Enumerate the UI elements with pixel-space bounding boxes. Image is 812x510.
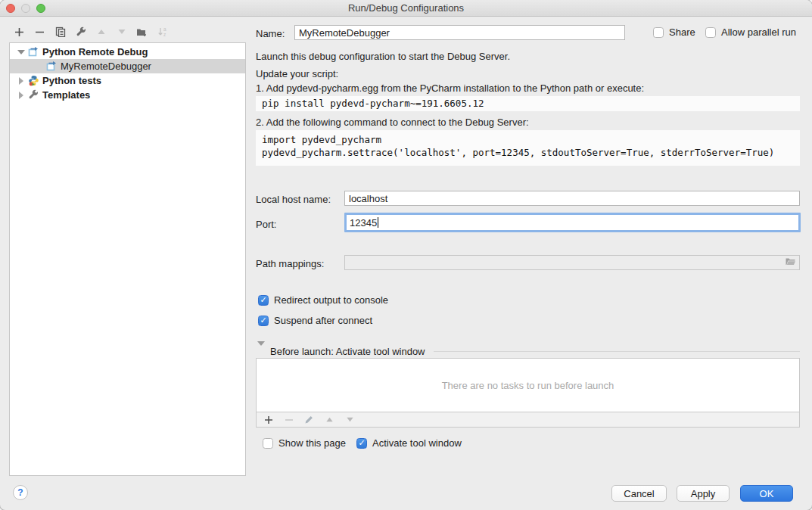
tree-item-templates[interactable]: Templates — [10, 88, 245, 102]
chevron-down-icon[interactable] — [16, 50, 26, 54]
redirect-output-label: Redirect output to console — [274, 294, 388, 306]
allow-parallel-run-checkbox-row[interactable]: Allow parallel run — [705, 26, 796, 38]
apply-button[interactable]: Apply — [677, 485, 730, 502]
suspend-after-connect-label: Suspend after connect — [274, 315, 372, 326]
svg-text:z: z — [163, 32, 166, 37]
instruction-line-2: Update your script: — [256, 68, 338, 79]
svg-text:a: a — [163, 26, 166, 32]
header-rule — [434, 351, 800, 352]
run-config-icon — [28, 46, 39, 58]
chevron-right-icon[interactable] — [16, 77, 26, 85]
cancel-button[interactable]: Cancel — [611, 485, 667, 502]
port-input[interactable]: 12345 — [344, 213, 801, 232]
local-host-name-input[interactable] — [344, 191, 800, 206]
pip-install-code: pip install pydevd-pycharm~=191.6605.12 — [256, 96, 800, 111]
run-debug-configurations-dialog: Run/Debug Configurations az — [0, 0, 812, 510]
activate-tool-window-checkbox-row[interactable]: Activate tool window — [356, 437, 462, 449]
show-this-page-checkbox[interactable] — [263, 438, 273, 449]
settrace-code-line-2: pydevd_pycharm.settrace('localhost', por… — [262, 147, 774, 158]
settrace-code-line-1: import pydevd_pycharm — [262, 134, 381, 145]
python-tests-icon — [28, 75, 39, 86]
browse-folder-icon[interactable] — [785, 257, 796, 269]
empty-tasks-text: There are no tasks to run before launch — [442, 380, 614, 391]
path-mappings-input[interactable] — [344, 255, 800, 270]
before-launch-header[interactable]: Before launch: Activate tool window — [257, 346, 800, 357]
port-label: Port: — [256, 219, 276, 230]
instruction-step-2: 2. Add the following command to connect … — [256, 117, 529, 128]
wrench-icon — [28, 89, 39, 101]
titlebar: Run/Debug Configurations — [0, 0, 812, 17]
move-up-icon — [95, 26, 107, 38]
help-button[interactable]: ? — [13, 485, 28, 500]
tree-item-label: Templates — [42, 89, 90, 101]
chevron-right-icon[interactable] — [16, 92, 26, 99]
suspend-after-connect-checkbox[interactable] — [258, 316, 269, 326]
configurations-tree: Python Remote Debug MyRemoteDebugger Pyt… — [9, 42, 246, 476]
move-down-icon — [116, 26, 127, 38]
add-task-icon[interactable] — [263, 414, 274, 425]
move-task-down-icon — [344, 414, 356, 425]
activate-tool-window-checkbox[interactable] — [356, 438, 367, 449]
show-this-page-checkbox-row[interactable]: Show this page — [263, 437, 346, 449]
window-title: Run/Debug Configurations — [0, 2, 812, 14]
settrace-code: import pydevd_pycharm pydevd_pycharm.set… — [256, 130, 800, 166]
activate-tool-window-label: Activate tool window — [372, 437, 462, 449]
move-task-up-icon — [324, 414, 335, 425]
allow-parallel-run-label: Allow parallel run — [721, 26, 796, 38]
tree-item-python-tests[interactable]: Python tests — [10, 73, 245, 88]
path-mappings-label: Path mappings: — [256, 258, 324, 269]
allow-parallel-run-checkbox[interactable] — [705, 27, 716, 38]
tree-item-label: Python Remote Debug — [42, 46, 148, 58]
redirect-output-checkbox-row[interactable]: Redirect output to console — [258, 294, 388, 306]
chevron-down-icon[interactable] — [257, 346, 265, 357]
before-launch-toolbar — [256, 412, 800, 428]
edit-task-pencil-icon — [303, 414, 315, 425]
remove-task-icon — [283, 414, 294, 425]
share-checkbox[interactable] — [653, 27, 664, 38]
add-configuration-icon[interactable] — [14, 26, 25, 38]
new-folder-icon[interactable] — [136, 26, 148, 38]
tree-item-myremotedebugger[interactable]: MyRemoteDebugger — [10, 59, 245, 73]
suspend-after-connect-checkbox-row[interactable]: Suspend after connect — [258, 315, 372, 326]
sort-alphabetically-icon: az — [157, 26, 168, 38]
remove-configuration-icon[interactable] — [34, 26, 45, 38]
configurations-toolbar: az — [14, 23, 168, 40]
tree-item-label: Python tests — [42, 75, 101, 86]
local-host-name-label: Local host name: — [256, 194, 331, 205]
tree-item-python-remote-debug[interactable]: Python Remote Debug — [10, 45, 245, 59]
instruction-line-1: Launch this debug configuration to start… — [256, 51, 510, 62]
instruction-step-1: 1. Add pydevd-pycharm.egg from the PyCha… — [256, 82, 644, 94]
help-question-icon: ? — [17, 487, 23, 498]
before-launch-title: Before launch: Activate tool window — [270, 346, 425, 357]
port-value: 12345 — [350, 217, 377, 229]
show-this-page-label: Show this page — [278, 437, 346, 449]
name-label: Name: — [256, 28, 285, 39]
run-config-icon — [46, 61, 58, 72]
edit-defaults-wrench-icon[interactable] — [75, 26, 86, 38]
share-checkbox-row[interactable]: Share — [653, 26, 695, 38]
share-label: Share — [669, 26, 695, 38]
text-caret — [378, 217, 378, 228]
copy-configuration-icon[interactable] — [54, 26, 66, 38]
name-input[interactable] — [294, 25, 625, 40]
redirect-output-checkbox[interactable] — [258, 295, 269, 306]
tree-item-label: MyRemoteDebugger — [61, 61, 151, 72]
before-launch-task-list[interactable]: There are no tasks to run before launch — [256, 358, 800, 412]
ok-button[interactable]: OK — [740, 485, 793, 502]
